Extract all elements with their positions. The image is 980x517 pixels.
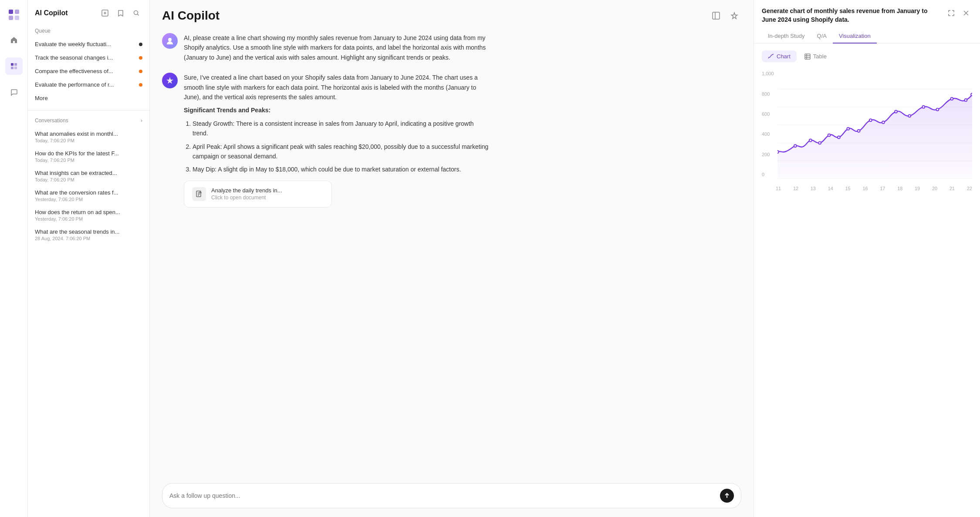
- tab-indepth[interactable]: In-depth Study: [762, 29, 811, 44]
- conv-title-3: What insights can be extracted...: [35, 170, 142, 176]
- svg-point-36: [971, 93, 972, 96]
- new-chat-icon[interactable]: [99, 7, 111, 19]
- close-icon[interactable]: [960, 7, 972, 19]
- sidebar-divider: [28, 110, 149, 111]
- svg-point-23: [818, 142, 821, 144]
- sidebar-title: AI Copilot: [35, 9, 68, 17]
- app-logo: [6, 7, 22, 23]
- tab-qa[interactable]: Q/A: [811, 29, 833, 44]
- queue-item-2-text: Track the seasonal changes i...: [35, 54, 139, 61]
- nav-ai-icon[interactable]: [5, 57, 23, 75]
- queue-dot-2: [139, 56, 142, 60]
- x-label-4: 15: [845, 186, 851, 191]
- trends-list: Steady Growth: There is a consistent inc…: [184, 119, 489, 175]
- svg-point-21: [794, 144, 797, 147]
- conv-item-5[interactable]: How does the return on ad spen... Yester…: [28, 205, 149, 225]
- queue-label: Queue: [28, 26, 149, 37]
- document-card[interactable]: Analyze the daily trends in... Click to …: [184, 181, 332, 208]
- x-label-9: 20: [932, 186, 937, 191]
- conv-item-2[interactable]: How do the KPIs for the latest F... Toda…: [28, 147, 149, 166]
- doc-subtitle: Click to open document: [211, 195, 282, 201]
- more-item[interactable]: More: [28, 91, 149, 105]
- conv-time-5: Yesterday, 7:06:20 PM: [35, 216, 142, 222]
- queue-item-4[interactable]: Evaluate the performance of r...: [28, 78, 149, 91]
- queue-item-1-text: Evaluate the weekly fluctuati...: [35, 41, 139, 47]
- search-icon[interactable]: [130, 7, 142, 19]
- conv-title-1: What anomalies exist in monthl...: [35, 131, 142, 137]
- conv-item-3[interactable]: What insights can be extracted... Today,…: [28, 166, 149, 186]
- conversations-header[interactable]: Conversations ›: [28, 116, 149, 127]
- bookmark-icon[interactable]: [115, 7, 127, 19]
- svg-rect-2: [9, 16, 13, 20]
- conv-item-4[interactable]: What are the conversion rates f... Yeste…: [28, 186, 149, 205]
- sidebar-header: AI Copilot: [28, 7, 149, 26]
- svg-rect-6: [11, 67, 14, 69]
- user-message-text: AI, please create a line chart showing m…: [184, 33, 489, 62]
- svg-point-32: [922, 106, 925, 108]
- x-label-8: 19: [915, 186, 920, 191]
- send-button[interactable]: [720, 489, 734, 503]
- conv-title-6: What are the seasonal trends in...: [35, 228, 142, 235]
- svg-point-20: [777, 151, 779, 153]
- svg-rect-4: [11, 63, 14, 66]
- x-label-7: 18: [897, 186, 902, 191]
- conv-time-6: 28 Aug, 2024. 7:06:20 PM: [35, 236, 142, 241]
- svg-point-11: [168, 38, 172, 41]
- input-area: [150, 478, 754, 517]
- conv-title-2: How do the KPIs for the latest F...: [35, 150, 142, 157]
- sidebar-header-icons: [99, 7, 142, 19]
- conv-item-6[interactable]: What are the seasonal trends in... 28 Au…: [28, 225, 149, 245]
- sidebar: AI Copilot Queue Evaluate: [28, 0, 150, 517]
- ai-intro: Sure, I've created a line chart based on…: [184, 73, 489, 102]
- queue-item-3[interactable]: Compare the effectiveness of...: [28, 64, 149, 78]
- x-label-2: 13: [811, 186, 816, 191]
- nav-chat-icon[interactable]: [5, 84, 23, 101]
- x-label-1: 12: [793, 186, 798, 191]
- layout-icon[interactable]: [709, 9, 723, 23]
- x-label-3: 14: [828, 186, 833, 191]
- ai-avatar-img: [162, 73, 178, 88]
- conv-time-2: Today, 7:06:20 PM: [35, 158, 142, 163]
- panel-title: Generate chart of monthly sales revenue …: [762, 7, 941, 24]
- chart-inner: [777, 71, 972, 179]
- chart-button-label: Chart: [777, 53, 791, 60]
- svg-point-30: [895, 111, 897, 113]
- trends-heading: Significant Trends and Peaks:: [184, 107, 270, 114]
- svg-rect-13: [805, 54, 810, 59]
- y-label-2: 600: [762, 111, 774, 117]
- panel-header-icons: [945, 7, 972, 19]
- svg-point-34: [950, 97, 953, 100]
- y-label-3: 400: [762, 131, 774, 137]
- icon-bar: [0, 0, 28, 517]
- conv-time-3: Today, 7:06:20 PM: [35, 177, 142, 182]
- y-axis-labels: 1,000 800 600 400 200 0: [762, 69, 774, 179]
- queue-dot-1: [139, 43, 142, 46]
- conv-item-1[interactable]: What anomalies exist in monthl... Today,…: [28, 127, 149, 147]
- right-panel: Generate chart of monthly sales revenue …: [754, 0, 980, 517]
- more-label: More: [35, 95, 48, 101]
- doc-title: Analyze the daily trends in...: [211, 187, 282, 194]
- svg-rect-3: [15, 16, 19, 20]
- y-label-4: 200: [762, 152, 774, 157]
- nav-home-icon[interactable]: [5, 31, 23, 49]
- panel-content: Chart Table 1,000 800 600 400 200 0: [754, 44, 980, 517]
- svg-point-28: [869, 119, 872, 121]
- star-icon[interactable]: [727, 9, 741, 23]
- user-avatar: [162, 33, 178, 49]
- x-axis-labels: 11 12 13 14 15 16 17 18 19 20 21 22: [776, 186, 972, 191]
- queue-item-1[interactable]: Evaluate the weekly fluctuati...: [28, 37, 149, 51]
- svg-rect-7: [14, 67, 17, 69]
- table-button[interactable]: Table: [798, 50, 833, 62]
- followup-input[interactable]: [169, 492, 716, 499]
- queue-item-2[interactable]: Track the seasonal changes i...: [28, 51, 149, 64]
- y-label-1: 800: [762, 91, 774, 97]
- main-content: AI Copilot: [150, 0, 754, 517]
- chart-button[interactable]: Chart: [762, 50, 797, 62]
- queue-dot-3: [139, 70, 142, 73]
- tab-visualization[interactable]: Visualization: [833, 29, 877, 44]
- svg-point-31: [908, 115, 911, 118]
- svg-rect-5: [14, 63, 17, 66]
- main-title: AI Copilot: [162, 9, 220, 23]
- conv-title-5: How does the return on ad spen...: [35, 209, 142, 215]
- expand-icon[interactable]: [945, 7, 957, 19]
